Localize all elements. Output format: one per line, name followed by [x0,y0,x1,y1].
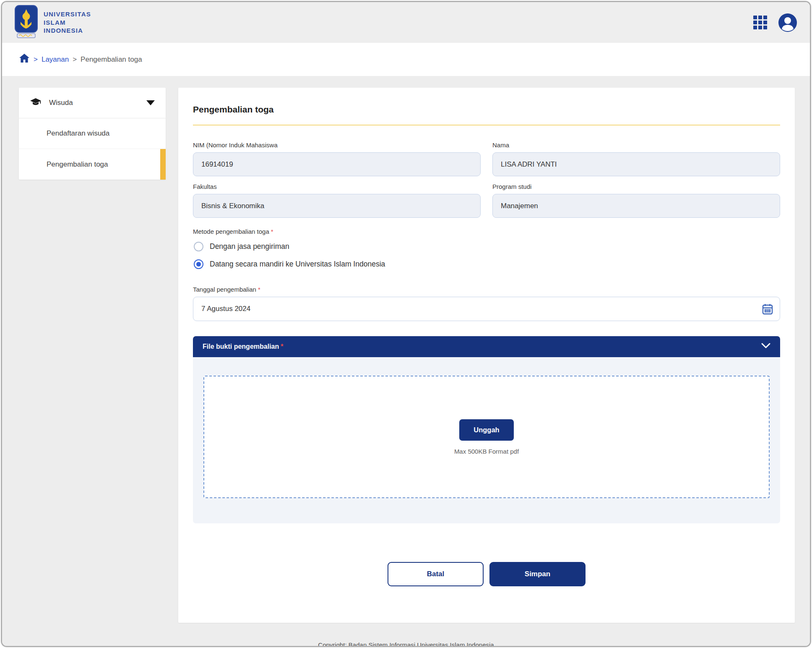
sidebar-item-label: Pendaftaran wisuda [47,129,109,138]
content-area: Wisuda Pendaftaran wisuda Pengembalian t… [2,76,810,623]
prodi-label: Program studi [492,183,780,190]
home-icon[interactable] [19,53,30,65]
sidebar-item-pendaftaran-wisuda[interactable]: Pendaftaran wisuda [19,118,166,149]
field-nim: NIM (Nomor Induk Mahasiswa 16914019 [193,135,481,176]
uii-logo [15,5,38,40]
radio-label: Datang secara mandiri ke Universitas Isl… [210,260,385,269]
chevron-down-icon [146,100,155,105]
required-asterisk: * [281,343,283,350]
required-asterisk: * [258,286,260,293]
radio-option-datang-mandiri[interactable]: Datang secara mandiri ke Universitas Isl… [194,259,780,269]
apps-grid-icon[interactable] [753,16,767,29]
field-prodi: Program studi Manajemen [492,176,780,218]
app-window: UNIVERSITAS ISLAM INDONESIA > Layanan > [1,1,811,647]
cancel-button[interactable]: Batal [388,562,484,586]
file-panel: File bukti pengembalian * Unggah Max 500… [193,336,780,523]
chevron-down-icon[interactable] [761,343,770,350]
calendar-icon[interactable] [762,303,773,316]
app-header: UNIVERSITAS ISLAM INDONESIA [2,2,810,43]
required-asterisk: * [271,228,273,235]
radio-icon[interactable] [194,259,203,269]
fakultas-label: Fakultas [193,183,481,190]
metode-label: Metode pengembalian toga* [193,228,780,235]
tanggal-label: Tanggal pengembalian* [193,286,780,293]
field-nama: Nama LISA ADRI YANTI [492,135,780,176]
sidebar-item-label: Pengembalian toga [47,160,108,169]
brand: UNIVERSITAS ISLAM INDONESIA [15,5,91,40]
file-dropzone[interactable]: Unggah Max 500KB Format pdf [203,376,770,498]
file-panel-title: File bukti pengembalian [203,343,279,350]
field-fakultas: Fakultas Bisnis & Ekonomika [193,176,481,218]
graduation-cap-icon [30,98,42,108]
upload-button[interactable]: Unggah [459,419,513,441]
fakultas-input[interactable]: Bisnis & Ekonomika [193,194,481,218]
radio-label: Dengan jasa pengiriman [210,242,289,251]
sidebar: Wisuda Pendaftaran wisuda Pengembalian t… [19,88,166,180]
app-footer: Copyright: Badan Sistem Informasi Univer… [2,635,810,647]
sidebar-group-wisuda[interactable]: Wisuda [19,88,166,118]
breadcrumb: > Layanan > Pengembalian toga [2,43,810,76]
breadcrumb-current: Pengembalian toga [81,55,142,64]
user-avatar-icon[interactable] [778,13,797,32]
file-panel-header[interactable]: File bukti pengembalian * [193,336,780,357]
save-button[interactable]: Simpan [489,562,586,586]
radio-option-jasa-pengiriman[interactable]: Dengan jasa pengiriman [194,242,780,251]
tanggal-input[interactable]: 7 Agustus 2024 [193,297,780,321]
form-actions: Batal Simpan [193,562,780,586]
breadcrumb-link-layanan[interactable]: Layanan [42,55,69,64]
nim-input[interactable]: 16914019 [193,152,481,176]
form-card: Pengembalian toga NIM (Nomor Induk Mahas… [178,88,795,623]
file-panel-body: Unggah Max 500KB Format pdf [193,357,780,523]
sidebar-item-pengembalian-toga[interactable]: Pengembalian toga [19,149,166,180]
breadcrumb-separator: > [34,55,38,64]
prodi-input[interactable]: Manajemen [492,194,780,218]
upload-hint: Max 500KB Format pdf [454,448,519,455]
breadcrumb-separator: > [73,55,77,64]
page-title: Pengembalian toga [193,105,780,115]
nim-label: NIM (Nomor Induk Mahasiswa [193,141,481,149]
title-divider [193,125,780,125]
sidebar-group-label: Wisuda [49,99,73,107]
radio-icon[interactable] [194,242,203,251]
nama-input[interactable]: LISA ADRI YANTI [492,152,780,176]
nama-label: Nama [492,141,780,149]
copyright-text: Copyright: Badan Sistem Informasi Univer… [318,641,494,647]
brand-name: UNIVERSITAS ISLAM INDONESIA [44,10,91,35]
